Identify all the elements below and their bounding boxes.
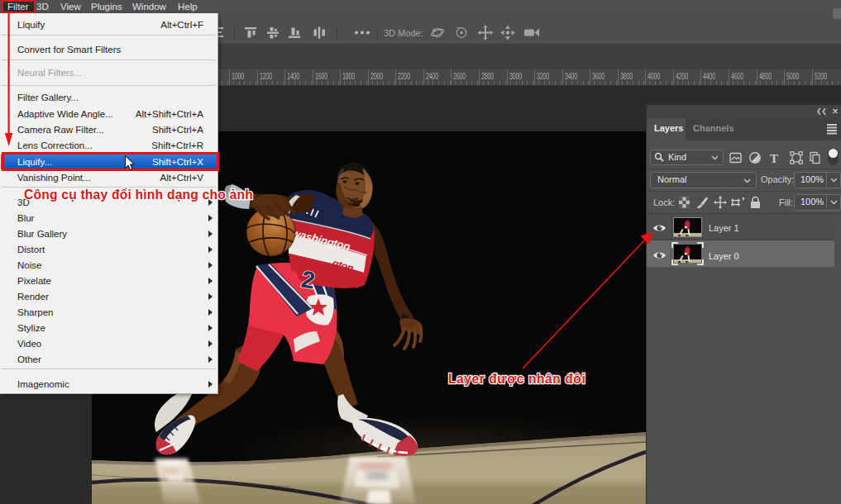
svg-text:3D Mode:: 3D Mode:: [384, 28, 423, 38]
svg-text:T: T: [770, 152, 778, 165]
